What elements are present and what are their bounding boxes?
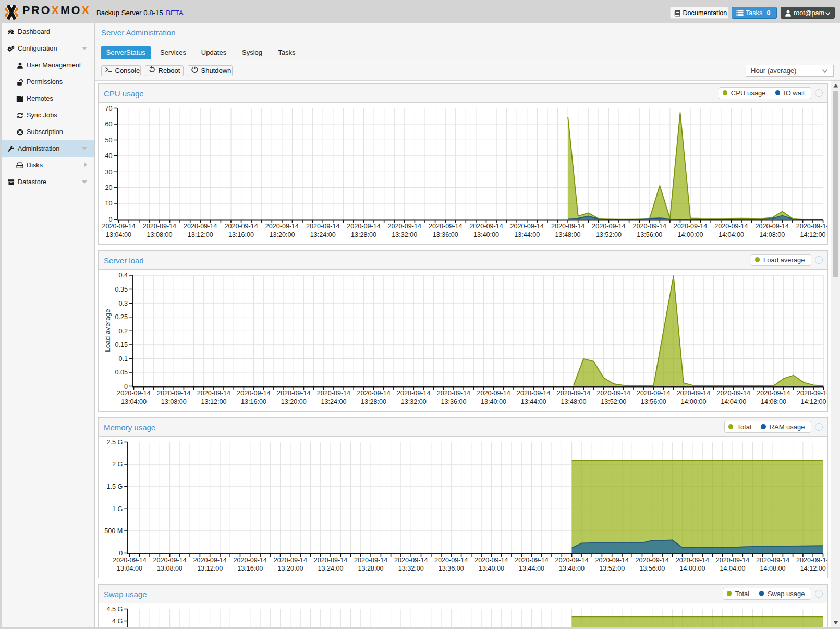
svg-text:14:08:00: 14:08:00 xyxy=(759,231,785,238)
svg-text:2020-09-14: 2020-09-14 xyxy=(429,223,462,230)
svg-text:13:32:00: 13:32:00 xyxy=(398,564,424,572)
svg-text:2020-09-14: 2020-09-14 xyxy=(557,390,590,397)
svg-text:2020-09-14: 2020-09-14 xyxy=(515,557,548,564)
svg-text:4 G: 4 G xyxy=(112,617,123,624)
svg-text:13:16:00: 13:16:00 xyxy=(241,397,266,405)
svg-text:500 M: 500 M xyxy=(104,527,123,535)
svg-text:70: 70 xyxy=(105,104,112,112)
svg-text:2020-09-14: 2020-09-14 xyxy=(797,390,827,397)
svg-text:2020-09-14: 2020-09-14 xyxy=(637,390,670,397)
svg-text:2020-09-14: 2020-09-14 xyxy=(716,557,749,564)
svg-text:14:12:00: 14:12:00 xyxy=(800,231,825,238)
svg-text:2020-09-14: 2020-09-14 xyxy=(551,223,585,230)
svg-text:2.5 G: 2.5 G xyxy=(106,438,123,445)
svg-text:2020-09-14: 2020-09-14 xyxy=(265,223,299,230)
svg-text:14:12:00: 14:12:00 xyxy=(801,397,826,405)
svg-text:14:04:00: 14:04:00 xyxy=(720,564,745,572)
svg-text:2020-09-14: 2020-09-14 xyxy=(397,390,430,397)
svg-text:14:08:00: 14:08:00 xyxy=(760,564,786,572)
svg-text:13:16:00: 13:16:00 xyxy=(237,564,263,572)
svg-text:13:56:00: 13:56:00 xyxy=(641,397,666,405)
svg-text:13:20:00: 13:20:00 xyxy=(277,564,303,572)
svg-text:2020-09-14: 2020-09-14 xyxy=(277,390,310,397)
svg-text:2020-09-14: 2020-09-14 xyxy=(755,223,788,230)
svg-text:13:56:00: 13:56:00 xyxy=(637,231,662,238)
svg-text:2 G: 2 G xyxy=(112,461,123,468)
svg-text:2020-09-14: 2020-09-14 xyxy=(636,557,669,564)
svg-text:2020-09-14: 2020-09-14 xyxy=(474,557,508,564)
svg-text:2020-09-14: 2020-09-14 xyxy=(510,223,544,230)
svg-text:13:48:00: 13:48:00 xyxy=(561,397,586,405)
svg-text:13:56:00: 13:56:00 xyxy=(639,564,665,572)
svg-text:13:08:00: 13:08:00 xyxy=(147,231,172,238)
svg-text:0.05: 0.05 xyxy=(115,369,128,376)
svg-text:2020-09-14: 2020-09-14 xyxy=(714,223,748,230)
svg-text:13:08:00: 13:08:00 xyxy=(157,564,182,572)
svg-text:14:08:00: 14:08:00 xyxy=(761,397,786,405)
svg-text:0.35: 0.35 xyxy=(115,285,128,293)
svg-text:2020-09-14: 2020-09-14 xyxy=(596,390,630,397)
svg-text:2020-09-14: 2020-09-14 xyxy=(197,390,230,397)
svg-text:0.15: 0.15 xyxy=(115,341,128,348)
svg-text:2020-09-14: 2020-09-14 xyxy=(394,557,428,564)
svg-text:14:12:00: 14:12:00 xyxy=(800,564,826,572)
svg-text:14:04:00: 14:04:00 xyxy=(719,231,744,238)
svg-text:2020-09-14: 2020-09-14 xyxy=(796,557,827,564)
svg-text:2020-09-14: 2020-09-14 xyxy=(674,223,707,230)
svg-text:4.5 G: 4.5 G xyxy=(106,605,123,612)
svg-text:10: 10 xyxy=(105,200,112,207)
svg-text:2020-09-14: 2020-09-14 xyxy=(193,557,226,564)
svg-text:2020-09-14: 2020-09-14 xyxy=(237,390,270,397)
svg-text:2020-09-14: 2020-09-14 xyxy=(477,390,510,397)
svg-text:40: 40 xyxy=(105,152,112,160)
svg-text:0.4: 0.4 xyxy=(118,272,128,279)
svg-text:2020-09-14: 2020-09-14 xyxy=(633,223,666,230)
svg-text:13:36:00: 13:36:00 xyxy=(433,231,458,238)
svg-text:2020-09-14: 2020-09-14 xyxy=(234,557,267,564)
svg-text:2020-09-14: 2020-09-14 xyxy=(555,557,588,564)
svg-text:1.5 G: 1.5 G xyxy=(106,483,123,490)
svg-text:2020-09-14: 2020-09-14 xyxy=(306,223,339,230)
svg-text:13:28:00: 13:28:00 xyxy=(351,231,376,238)
svg-text:13:04:00: 13:04:00 xyxy=(121,397,147,405)
svg-text:13:04:00: 13:04:00 xyxy=(106,231,131,238)
svg-text:2020-09-14: 2020-09-14 xyxy=(437,390,470,397)
svg-text:13:12:00: 13:12:00 xyxy=(188,231,213,238)
svg-text:13:20:00: 13:20:00 xyxy=(281,397,307,405)
svg-text:2020-09-14: 2020-09-14 xyxy=(756,557,789,564)
svg-text:13:20:00: 13:20:00 xyxy=(269,231,295,238)
svg-text:13:52:00: 13:52:00 xyxy=(599,564,625,572)
svg-text:1 G: 1 G xyxy=(112,505,123,512)
svg-text:0.3: 0.3 xyxy=(118,299,128,307)
svg-text:0: 0 xyxy=(119,549,123,557)
svg-text:2020-09-14: 2020-09-14 xyxy=(184,223,217,230)
svg-text:2020-09-14: 2020-09-14 xyxy=(102,223,135,230)
svg-text:14:04:00: 14:04:00 xyxy=(721,397,746,405)
svg-text:0.2: 0.2 xyxy=(118,327,128,334)
svg-text:20: 20 xyxy=(105,184,112,191)
svg-text:13:16:00: 13:16:00 xyxy=(228,231,254,238)
svg-text:2020-09-14: 2020-09-14 xyxy=(354,557,387,564)
svg-text:13:44:00: 13:44:00 xyxy=(514,231,540,238)
svg-text:2020-09-14: 2020-09-14 xyxy=(113,557,146,564)
svg-text:2020-09-14: 2020-09-14 xyxy=(517,390,550,397)
svg-text:13:12:00: 13:12:00 xyxy=(201,397,226,405)
svg-text:2020-09-14: 2020-09-14 xyxy=(796,223,827,230)
svg-text:2020-09-14: 2020-09-14 xyxy=(224,223,258,230)
svg-text:2020-09-14: 2020-09-14 xyxy=(592,223,625,230)
svg-text:13:24:00: 13:24:00 xyxy=(318,564,343,572)
svg-text:14:00:00: 14:00:00 xyxy=(680,397,706,405)
svg-text:2020-09-14: 2020-09-14 xyxy=(274,557,307,564)
svg-text:13:28:00: 13:28:00 xyxy=(361,397,386,405)
svg-text:13:36:00: 13:36:00 xyxy=(441,397,466,405)
svg-text:13:24:00: 13:24:00 xyxy=(310,231,336,238)
svg-text:2020-09-14: 2020-09-14 xyxy=(317,390,350,397)
svg-text:2020-09-14: 2020-09-14 xyxy=(677,390,710,397)
svg-text:13:32:00: 13:32:00 xyxy=(392,231,417,238)
svg-text:13:40:00: 13:40:00 xyxy=(473,231,499,238)
svg-text:2020-09-14: 2020-09-14 xyxy=(157,390,190,397)
svg-text:2020-09-14: 2020-09-14 xyxy=(143,223,176,230)
svg-text:2020-09-14: 2020-09-14 xyxy=(153,557,186,564)
svg-text:2020-09-14: 2020-09-14 xyxy=(716,390,750,397)
svg-text:2020-09-14: 2020-09-14 xyxy=(676,557,709,564)
